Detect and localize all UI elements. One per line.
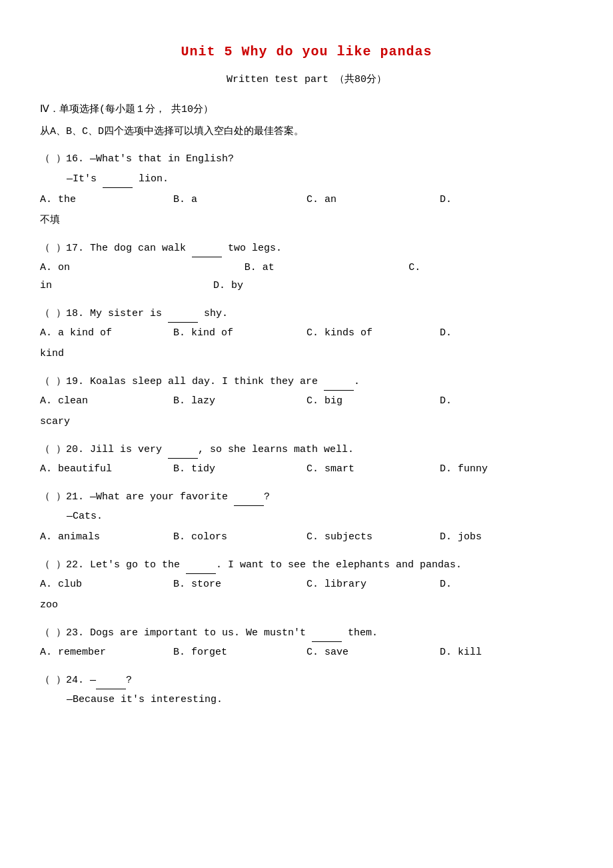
q17-prompt: （ ）17. The dog can walk two legs. xyxy=(40,239,573,257)
q18-opt-c: C. kinds of xyxy=(306,324,440,342)
q17-opt-a: A. on xyxy=(40,259,205,277)
q16-prompt: （ ）16. —What's that in English? xyxy=(40,150,573,168)
question-19: （ ）19. Koalas sleep all day. I think the… xyxy=(40,372,573,431)
q20-prompt: （ ）20. Jill is very , so she learns math… xyxy=(40,440,573,459)
q16-answer: —It's lion. xyxy=(67,169,573,188)
q20-options: A. beautiful B. tidy C. smart D. funny xyxy=(40,460,573,478)
q18-overflow: kind xyxy=(40,345,573,363)
q19-opt-c: C. big xyxy=(306,392,440,410)
q22-opt-b: B. store xyxy=(173,575,306,593)
question-23: （ ）23. Dogs are important to us. We must… xyxy=(40,623,573,661)
q22-opt-c: C. library xyxy=(306,575,440,593)
q18-opt-d: D. xyxy=(440,324,573,342)
q17-opt-b: B. at xyxy=(205,259,369,277)
q17-options-line2: in D. by xyxy=(40,277,573,295)
q21-opt-c: C. subjects xyxy=(306,528,440,546)
q16-opt-a: A. the xyxy=(40,191,173,209)
question-24: （ ）24. — ? —Because it's interesting. xyxy=(40,671,573,709)
q16-opt-b: B. a xyxy=(173,191,306,209)
question-22: （ ）22. Let's go to the . I want to see t… xyxy=(40,555,573,614)
q24-prompt: （ ）24. — ? xyxy=(40,671,573,689)
q23-prompt: （ ）23. Dogs are important to us. We must… xyxy=(40,623,573,642)
page-title: Unit 5 Why do you like pandas xyxy=(40,40,573,64)
q18-prompt: （ ）18. My sister is shy. xyxy=(40,304,573,323)
q19-overflow: scary xyxy=(40,413,573,431)
q22-opt-a: A. club xyxy=(40,575,173,593)
q21-answer: —Cats. xyxy=(67,507,573,525)
q20-opt-c: C. smart xyxy=(306,460,440,478)
q19-opt-a: A. clean xyxy=(40,392,173,410)
subtitle: Written test part （共80分） xyxy=(40,71,573,89)
q17-opt-c-text: in xyxy=(40,277,160,295)
q19-options: A. clean B. lazy C. big D. xyxy=(40,392,573,410)
q16-overflow: 不填 xyxy=(40,211,573,229)
q16-opt-c: C. an xyxy=(306,191,440,209)
section-iv-instruction: 从A、B、C、D四个选项中选择可以填入空白处的最佳答案。 xyxy=(40,123,573,141)
q21-prompt: （ ）21. —What are your favorite ? xyxy=(40,487,573,506)
q18-options: A. a kind of B. kind of C. kinds of D. xyxy=(40,324,573,342)
q21-opt-b: B. colors xyxy=(173,528,306,546)
question-16: （ ）16. —What's that in English? —It's li… xyxy=(40,150,573,229)
q20-opt-d: D. funny xyxy=(440,460,573,478)
q23-opt-d: D. kill xyxy=(440,643,573,661)
q17-opt-c: C. xyxy=(368,259,533,277)
q22-prompt: （ ）22. Let's go to the . I want to see t… xyxy=(40,555,573,574)
question-20: （ ）20. Jill is very , so she learns math… xyxy=(40,440,573,478)
q21-opt-a: A. animals xyxy=(40,528,173,546)
q20-opt-a: A. beautiful xyxy=(40,460,173,478)
q22-opt-d: D. xyxy=(440,575,573,593)
q22-overflow: zoo xyxy=(40,596,573,614)
q24-answer: —Because it's interesting. xyxy=(67,691,573,709)
section-iv-header: Ⅳ．单项选择(每小题１分， 共10分） xyxy=(40,101,573,119)
q20-opt-b: B. tidy xyxy=(173,460,306,478)
q18-opt-b: B. kind of xyxy=(173,324,306,342)
q17-opt-d: D. by xyxy=(160,277,280,295)
q22-options: A. club B. store C. library D. xyxy=(40,575,573,593)
q23-opt-a: A. remember xyxy=(40,643,173,661)
q23-options: A. remember B. forget C. save D. kill xyxy=(40,643,573,661)
q16-opt-d: D. xyxy=(440,191,573,209)
q18-opt-a: A. a kind of xyxy=(40,324,173,342)
question-18: （ ）18. My sister is shy. A. a kind of B.… xyxy=(40,304,573,363)
q21-options: A. animals B. colors C. subjects D. jobs xyxy=(40,528,573,546)
q19-opt-b: B. lazy xyxy=(173,392,306,410)
q23-opt-b: B. forget xyxy=(173,643,306,661)
question-17: （ ）17. The dog can walk two legs. A. on … xyxy=(40,239,573,295)
question-21: （ ）21. —What are your favorite ? —Cats. … xyxy=(40,487,573,546)
q23-opt-c: C. save xyxy=(306,643,440,661)
q19-prompt: （ ）19. Koalas sleep all day. I think the… xyxy=(40,372,573,391)
q19-opt-d: D. xyxy=(440,392,573,410)
q21-opt-d: D. jobs xyxy=(440,528,573,546)
q17-options-line1: A. on B. at C. xyxy=(40,259,573,277)
q16-options: A. the B. a C. an D. xyxy=(40,191,573,209)
